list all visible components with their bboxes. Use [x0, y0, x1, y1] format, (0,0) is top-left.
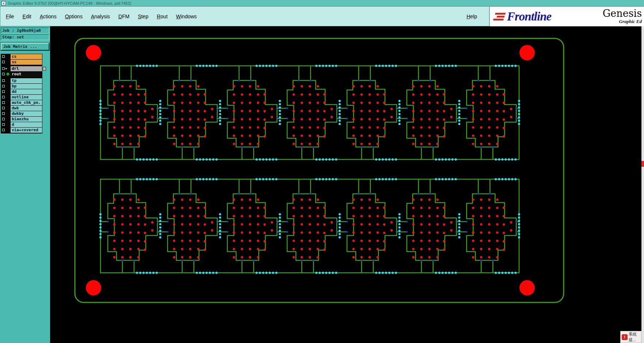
window-title: Graphic Editor 9.07b2 (00@HY-HYCAM-PC148… [8, 1, 131, 5]
layer-row-auto-chk-pn[interactable]: auto_chk_pn. [1, 100, 42, 105]
layer-visibility-box[interactable] [2, 101, 5, 104]
layer-row-biaozhu[interactable]: biaozhu [1, 117, 42, 122]
logo-product: Genesis [603, 8, 642, 19]
layer-name[interactable]: biaozhu [11, 117, 42, 122]
layer-row-tp[interactable]: tp [1, 78, 42, 83]
layer-visibility-box[interactable] [2, 129, 5, 131]
menu-rout[interactable]: Rout [157, 14, 168, 19]
layer-name[interactable]: tp [11, 78, 42, 83]
logo-left: Frontline [494, 11, 551, 23]
app-window: x Graphic Editor 9.07b2 (00@HY-HYCAM-PC1… [0, 0, 644, 343]
layer-name[interactable]: d [11, 122, 42, 127]
menu-bar: FileEditActionsOptionsAnalysisDFMStepRou… [0, 7, 489, 26]
step-label: Step: set [1, 34, 49, 40]
layer-row-dd[interactable]: dd [1, 89, 42, 94]
layer-name[interactable]: outline [11, 95, 42, 100]
app-icon: x [1, 1, 6, 5]
menu-step[interactable]: Step [138, 14, 148, 19]
layer-toggle[interactable] [1, 72, 11, 77]
layer-name[interactable]: dd [11, 89, 42, 94]
layer-toggle[interactable] [1, 54, 11, 59]
layer-visibility-box[interactable] [2, 112, 5, 115]
notification-toast[interactable]: ! 系统提... [620, 331, 641, 343]
layer-toggle[interactable] [1, 128, 11, 133]
layer-name[interactable]: rout [11, 72, 42, 77]
title-bar: x Graphic Editor 9.07b2 (00@HY-HYCAM-PC1… [0, 0, 644, 7]
menu-help[interactable]: Help [466, 14, 477, 19]
layer-name[interactable]: auto_chk_pn. [11, 100, 42, 105]
frontline-logo: Frontline Genesis Graphic Ed [489, 7, 644, 26]
layer-toggle[interactable] [1, 111, 11, 116]
layer-mini-box[interactable] [43, 67, 46, 71]
layer-name[interactable]: bp [11, 84, 42, 89]
layer-visibility-box[interactable] [2, 90, 5, 93]
board-canvas[interactable]: ! 系统提... [50, 26, 644, 343]
layer-row-dwkby[interactable]: dwkby [1, 111, 42, 116]
layer-visibility-box[interactable] [2, 61, 5, 63]
menu-dfm[interactable]: DFM [118, 14, 129, 19]
layer-row-d[interactable]: d [1, 122, 42, 127]
layer-name[interactable]: ss [11, 60, 42, 65]
main-area: Job : 2g0bu06ja0 Step: set Job Matrix ..… [0, 26, 644, 343]
layer-visibility-box[interactable] [2, 73, 5, 75]
layer-toggle[interactable] [1, 122, 11, 127]
logo-right: Genesis Graphic Ed [603, 8, 643, 24]
edge-red-marker [641, 161, 644, 167]
menu-analysis[interactable]: Analysis [91, 14, 110, 19]
toast-label: 系统提... [629, 332, 640, 343]
layer-list: csss➤drlrouttpbpddoutlineauto_chk_pn.dwk… [1, 54, 42, 133]
cursor-icon: ➤ [4, 66, 8, 70]
layer-visibility-box[interactable] [2, 55, 5, 58]
alert-icon: ! [622, 334, 628, 340]
layer-visibility-box[interactable] [2, 123, 5, 126]
menu-windows[interactable]: Windows [176, 14, 197, 19]
layer-toggle[interactable] [1, 106, 11, 111]
layer-row-outline[interactable]: outline [1, 95, 42, 100]
layer-row-cs[interactable]: cs [1, 54, 42, 59]
layer-name[interactable]: dwk [11, 106, 42, 111]
layer-toggle[interactable] [1, 117, 11, 122]
layer-name[interactable]: cs [11, 54, 42, 59]
board-graphic [50, 26, 644, 343]
layer-name[interactable]: drl [11, 66, 42, 71]
layer-name[interactable]: via+covered [11, 128, 42, 133]
layer-row-drl[interactable]: ➤drl [1, 66, 42, 71]
layer-name[interactable]: dwkby [11, 111, 42, 116]
menu-options[interactable]: Options [65, 14, 83, 19]
right-edge-strip [641, 26, 644, 343]
top-bar: FileEditActionsOptionsAnalysisDFMStepRou… [0, 7, 644, 26]
rout-active-dot-icon [6, 72, 9, 76]
frontline-stripes-icon [493, 13, 506, 20]
layer-row-rout[interactable]: rout [1, 72, 42, 77]
layer-toggle[interactable] [1, 89, 11, 94]
layer-toggle[interactable] [1, 78, 11, 83]
layer-row-dwk[interactable]: dwk [1, 106, 42, 111]
layer-toggle[interactable] [1, 84, 11, 89]
menu-file[interactable]: File [6, 14, 14, 19]
layer-toggle[interactable] [1, 60, 11, 65]
layer-row-ss[interactable]: ss [1, 60, 42, 65]
layer-row-via-covered[interactable]: via+covered [1, 128, 42, 133]
menu-edit[interactable]: Edit [23, 14, 31, 19]
logo-subtitle: Graphic Ed [619, 19, 642, 24]
job-matrix-button[interactable]: Job Matrix ... [1, 43, 49, 50]
logo-brand: Frontline [507, 11, 551, 23]
layer-toggle[interactable] [1, 95, 11, 100]
layer-visibility-box[interactable] [2, 107, 5, 109]
layer-visibility-box[interactable] [2, 118, 5, 120]
menu-actions[interactable]: Actions [40, 14, 57, 19]
job-label: Job : 2g0bu06ja0 [1, 27, 49, 34]
menu-bar-items: FileEditActionsOptionsAnalysisDFMStepRou… [6, 14, 197, 19]
layer-toggle[interactable] [1, 100, 11, 105]
sidebar: Job : 2g0bu06ja0 Step: set Job Matrix ..… [0, 26, 50, 343]
layer-toggle[interactable]: ➤ [1, 66, 11, 71]
layer-visibility-box[interactable] [2, 96, 5, 98]
layer-visibility-box[interactable] [2, 85, 5, 87]
layer-row-bp[interactable]: bp [1, 84, 42, 89]
layer-visibility-box[interactable] [2, 79, 5, 82]
